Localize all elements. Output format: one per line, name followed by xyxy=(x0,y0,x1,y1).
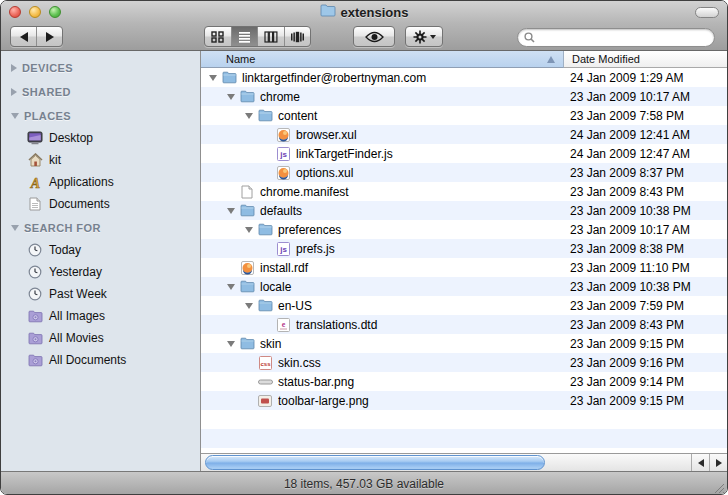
js-doc-icon: js xyxy=(275,241,291,257)
chevron-down-icon[interactable] xyxy=(11,113,19,119)
file-name: linkTargetFinder.js xyxy=(296,147,562,161)
sidebar-item-kit[interactable]: kit xyxy=(1,149,200,171)
sidebar-item-today[interactable]: Today xyxy=(1,239,200,261)
table-row[interactable]: cssskin.css23 Jan 2009 9:16 PM xyxy=(201,353,727,372)
disclosure-triangle[interactable] xyxy=(243,303,255,309)
toolbar-toggle-pill-button[interactable] xyxy=(695,7,719,18)
date-column-label: Date Modified xyxy=(572,53,640,65)
file-name: skin.css xyxy=(278,356,562,370)
css-doc-icon: css xyxy=(257,355,273,371)
sidebar: DEVICESSHAREDPLACESDesktopkitAApplicatio… xyxy=(1,51,201,471)
sidebar-item-desktop[interactable]: Desktop xyxy=(1,127,200,149)
sidebar-item-documents[interactable]: Documents xyxy=(1,193,200,215)
table-row[interactable]: content23 Jan 2009 7:58 PM xyxy=(201,106,727,125)
table-row[interactable]: linktargetfinder@robertnyman.com24 Jan 2… xyxy=(201,68,727,87)
file-name: en-US xyxy=(278,299,562,313)
sidebar-item-label: All Movies xyxy=(49,331,104,345)
sidebar-section-header[interactable]: DEVICES xyxy=(1,57,200,79)
disclosure-triangle[interactable] xyxy=(243,227,255,233)
date-modified: 24 Jan 2009 12:47 AM xyxy=(562,147,727,161)
date-modified: 23 Jan 2009 7:58 PM xyxy=(562,109,727,123)
smart-folder-icon xyxy=(27,352,43,368)
sidebar-item-yesterday[interactable]: Yesterday xyxy=(1,261,200,283)
sidebar-section-header[interactable]: SHARED xyxy=(1,81,200,103)
folder-icon xyxy=(257,108,273,124)
svg-text:A: A xyxy=(29,176,39,190)
scroll-left-button[interactable] xyxy=(692,454,709,471)
file-name: browser.xul xyxy=(296,128,562,142)
view-columns-button[interactable] xyxy=(257,27,284,46)
chevron-down-icon[interactable] xyxy=(11,225,19,231)
empty-row-stripe xyxy=(201,429,727,448)
table-row[interactable]: skin23 Jan 2009 9:15 PM xyxy=(201,334,727,353)
search-input[interactable] xyxy=(539,32,708,44)
column-header-date-modified[interactable]: Date Modified xyxy=(564,51,727,68)
disclosure-triangle[interactable] xyxy=(243,113,255,119)
date-modified: 23 Jan 2009 8:37 PM xyxy=(562,166,727,180)
list-header: Name Date Modified xyxy=(201,51,727,68)
table-row[interactable]: status-bar.png23 Jan 2009 9:14 PM xyxy=(201,372,727,391)
scroll-right-button[interactable] xyxy=(709,454,727,471)
js-doc-icon: js xyxy=(275,146,291,162)
table-row[interactable]: defaults23 Jan 2009 10:38 PM xyxy=(201,201,727,220)
sidebar-item-past-week[interactable]: Past Week xyxy=(1,283,200,305)
table-row[interactable]: chrome23 Jan 2009 10:17 AM xyxy=(201,87,727,106)
date-modified: 23 Jan 2009 10:38 PM xyxy=(562,204,727,218)
clock-icon xyxy=(27,286,43,302)
sidebar-section-label: SHARED xyxy=(22,86,71,98)
disclosure-triangle[interactable] xyxy=(225,284,237,290)
table-row[interactable]: chrome.manifest23 Jan 2009 8:43 PM xyxy=(201,182,727,201)
sidebar-section-header[interactable]: SEARCH FOR xyxy=(1,217,200,239)
file-name: translations.dtd xyxy=(296,318,562,332)
file-name: skin xyxy=(260,337,562,351)
folder-icon xyxy=(239,336,255,352)
sidebar-item-all-images[interactable]: All Images xyxy=(1,305,200,327)
table-row[interactable]: locale23 Jan 2009 10:38 PM xyxy=(201,277,727,296)
date-modified: 23 Jan 2009 10:38 PM xyxy=(562,280,727,294)
scroll-left-icon xyxy=(698,459,704,467)
disclosure-triangle[interactable] xyxy=(207,75,219,81)
sidebar-item-label: Desktop xyxy=(49,131,93,145)
table-row[interactable]: browser.xul24 Jan 2009 12:41 AM xyxy=(201,125,727,144)
view-list-button[interactable] xyxy=(231,27,258,46)
chevron-right-icon[interactable] xyxy=(11,64,17,72)
horizontal-scrollbar[interactable] xyxy=(201,453,727,471)
window-title: extensions xyxy=(341,5,409,20)
table-row[interactable]: en-US23 Jan 2009 7:59 PM xyxy=(201,296,727,315)
view-coverflow-button[interactable] xyxy=(284,27,311,46)
svg-text:css: css xyxy=(260,360,271,366)
disclosure-triangle[interactable] xyxy=(225,208,237,214)
sidebar-item-all-documents[interactable]: All Documents xyxy=(1,349,200,371)
window-chrome: extensions xyxy=(1,1,727,51)
scrollbar-thumb[interactable] xyxy=(205,455,545,470)
date-modified: 23 Jan 2009 8:38 PM xyxy=(562,242,727,256)
triangle-down-icon xyxy=(245,303,253,309)
disclosure-triangle[interactable] xyxy=(225,341,237,347)
resize-grip[interactable] xyxy=(712,481,725,494)
back-button[interactable] xyxy=(11,27,36,46)
gear-icon xyxy=(413,30,427,44)
table-row[interactable]: preferences23 Jan 2009 10:17 AM xyxy=(201,220,727,239)
disclosure-triangle[interactable] xyxy=(225,94,237,100)
folder-proxy-icon[interactable] xyxy=(320,3,336,21)
table-row[interactable]: toolbar-large.png23 Jan 2009 9:15 PM xyxy=(201,391,727,410)
folder-icon xyxy=(239,279,255,295)
clock-icon xyxy=(27,264,43,280)
file-list: Name Date Modified linktargetfinder@robe… xyxy=(201,51,727,471)
title-bar[interactable]: extensions xyxy=(1,1,727,23)
table-row[interactable]: jsprefs.js23 Jan 2009 8:38 PM xyxy=(201,239,727,258)
chevron-right-icon[interactable] xyxy=(11,88,17,96)
column-header-name[interactable]: Name xyxy=(201,51,564,68)
sidebar-section-header[interactable]: PLACES xyxy=(1,105,200,127)
forward-button[interactable] xyxy=(36,27,62,46)
action-button[interactable] xyxy=(405,26,443,47)
toolbar xyxy=(1,23,727,51)
view-icons-button[interactable] xyxy=(205,27,231,46)
table-row[interactable]: options.xul23 Jan 2009 8:37 PM xyxy=(201,163,727,182)
sidebar-item-all-movies[interactable]: All Movies xyxy=(1,327,200,349)
table-row[interactable]: etranslations.dtd23 Jan 2009 8:43 PM xyxy=(201,315,727,334)
table-row[interactable]: jslinkTargetFinder.js24 Jan 2009 12:47 A… xyxy=(201,144,727,163)
table-row[interactable]: install.rdf23 Jan 2009 11:10 PM xyxy=(201,258,727,277)
sidebar-item-applications[interactable]: AApplications xyxy=(1,171,200,193)
quicklook-button[interactable] xyxy=(353,26,395,47)
